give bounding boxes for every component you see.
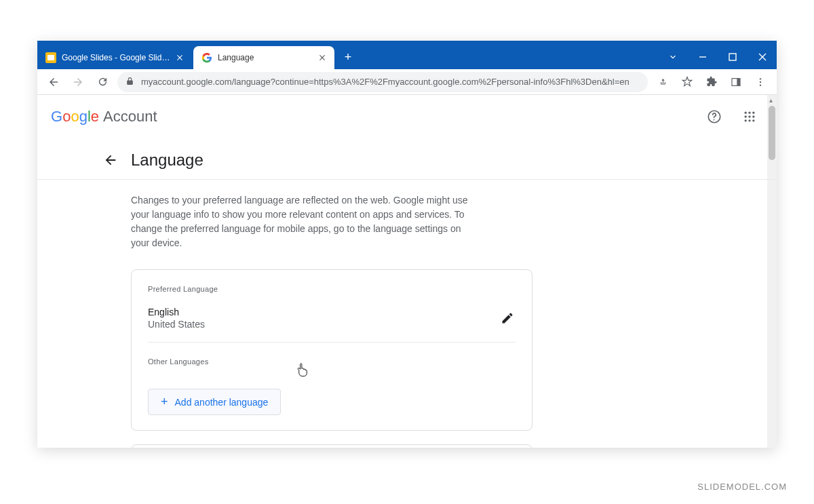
preferred-language-row: English United States [148, 307, 516, 343]
lock-icon [125, 77, 134, 88]
svg-point-15 [748, 119, 750, 121]
help-icon[interactable] [701, 103, 728, 130]
svg-rect-2 [737, 78, 740, 85]
chevron-down-icon[interactable] [663, 47, 683, 67]
account-header: Google Account [37, 95, 777, 138]
plus-icon: + [161, 395, 168, 409]
browser-menu-icon[interactable] [751, 73, 770, 92]
browser-window: Google Slides - Google Slides Language + [37, 41, 777, 448]
share-icon[interactable] [653, 73, 672, 92]
svg-point-8 [745, 111, 747, 113]
preferred-language-label: Preferred Language [148, 285, 516, 293]
auto-add-languages-row[interactable]: Automatically add languages: On [131, 444, 532, 448]
close-icon[interactable] [317, 52, 328, 63]
add-language-button[interactable]: + Add another language [148, 389, 281, 415]
svg-point-16 [752, 119, 754, 121]
sidepanel-icon[interactable] [726, 73, 745, 92]
svg-point-12 [748, 115, 750, 117]
tab-google-slides[interactable]: Google Slides - Google Slides [37, 46, 192, 69]
slides-favicon-icon [45, 52, 56, 63]
svg-point-5 [760, 84, 761, 85]
svg-point-11 [745, 115, 747, 117]
extensions-icon[interactable] [702, 73, 721, 92]
page-title-row: Language [37, 138, 777, 180]
tab-strip: Google Slides - Google Slides Language + [37, 41, 777, 69]
page-title: Language [131, 151, 204, 170]
svg-point-3 [760, 78, 761, 79]
tab-title: Language [218, 53, 313, 62]
svg-point-7 [714, 119, 715, 120]
page-content: ▴ Google Account Language Chan [37, 95, 777, 448]
back-button[interactable] [44, 73, 63, 92]
page-description: Changes to your preferred language are r… [37, 180, 471, 269]
svg-point-14 [745, 119, 747, 121]
edit-icon[interactable] [499, 310, 516, 326]
close-window-button[interactable] [752, 47, 773, 67]
forward-button[interactable] [69, 73, 88, 92]
svg-rect-0 [729, 54, 736, 60]
tab-title: Google Slides - Google Slides [62, 53, 170, 62]
maximize-button[interactable] [722, 47, 743, 67]
svg-point-10 [752, 111, 754, 113]
svg-point-4 [760, 81, 761, 82]
other-languages-label: Other Languages [148, 357, 516, 366]
new-tab-button[interactable]: + [338, 47, 357, 66]
svg-point-13 [752, 115, 754, 117]
watermark: SLIDEMODEL.COM [697, 482, 787, 492]
url-field[interactable]: myaccount.google.com/language?continue=h… [117, 72, 648, 92]
close-icon[interactable] [174, 52, 185, 63]
language-name: English [148, 307, 499, 317]
scroll-up-icon[interactable]: ▴ [769, 96, 773, 104]
back-arrow-icon[interactable] [102, 152, 119, 168]
url-text: myaccount.google.com/language?continue=h… [141, 77, 640, 87]
account-word: Account [103, 108, 157, 125]
google-account-logo[interactable]: Google Account [51, 108, 157, 125]
reload-button[interactable] [93, 73, 112, 92]
google-favicon-icon [201, 52, 212, 63]
bookmark-star-icon[interactable] [678, 73, 697, 92]
svg-point-9 [748, 111, 750, 113]
tab-language[interactable]: Language [193, 46, 334, 69]
language-card: Preferred Language English United States… [131, 269, 532, 431]
apps-grid-icon[interactable] [736, 103, 763, 130]
add-language-label: Add another language [175, 397, 269, 408]
language-region: United States [148, 319, 499, 330]
minimize-button[interactable] [693, 47, 713, 67]
address-bar: myaccount.google.com/language?continue=h… [37, 69, 777, 95]
